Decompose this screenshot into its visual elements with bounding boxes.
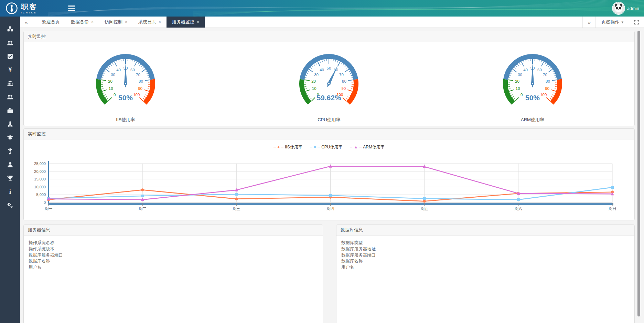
brand-subtitle: IZHIKE xyxy=(21,11,37,14)
server-info-title: 服务器信息 xyxy=(24,225,323,236)
user-group-icon xyxy=(7,40,13,46)
svg-text:0: 0 xyxy=(520,92,523,96)
svg-text:100: 100 xyxy=(540,92,547,96)
fullscreen-button[interactable] xyxy=(629,17,644,28)
legend-item-arm[interactable]: ▲ARM使用率 xyxy=(350,144,385,150)
gauge-value: 50% xyxy=(525,94,540,102)
db-info-title: 数据库信息 xyxy=(336,225,634,236)
svg-text:60: 60 xyxy=(537,67,542,72)
gauge-title: IIS使用率 xyxy=(24,117,227,123)
tabs-scroll-left-button[interactable]: « xyxy=(20,17,33,28)
svg-text:5,000: 5,000 xyxy=(36,192,46,197)
user-icon xyxy=(7,162,13,168)
tab-access-control[interactable]: 访问控制× xyxy=(99,17,133,28)
vertical-scrollbar[interactable] xyxy=(637,28,640,323)
sidebar-item-child[interactable] xyxy=(0,145,20,158)
gauge-arm: 010203040506070809010050%ARM使用率 xyxy=(431,46,634,123)
svg-text:30: 30 xyxy=(314,72,319,76)
x-axis-label: 周五 xyxy=(420,207,428,211)
x-axis-label: 周三 xyxy=(233,207,240,211)
tab-server-monitor[interactable]: 服务器监控× xyxy=(167,17,205,28)
x-axis-label: 周四 xyxy=(326,207,334,211)
svg-text:70: 70 xyxy=(339,72,344,76)
gauge-cpu: 010203040506070809010059.62%CPU使用率 xyxy=(227,46,431,123)
sidebar-item-briefcase[interactable] xyxy=(0,104,20,117)
svg-text:80: 80 xyxy=(546,79,550,83)
triangle-marker-icon: ▲ xyxy=(354,145,358,149)
svg-text:20: 20 xyxy=(515,79,519,83)
sidebar-item-cubes[interactable] xyxy=(0,22,20,36)
tabs-container: 欢迎首页数据备份×访问控制×系统日志×服务器监控× xyxy=(33,17,582,28)
briefcase-icon xyxy=(7,107,13,114)
svg-text:90: 90 xyxy=(342,86,346,90)
realtime-chart-panel: 实时监控 ●IIS使用率■CPU使用率▲ARM使用率 05,00010,0001… xyxy=(23,128,635,220)
navbar-user-area: admin xyxy=(613,0,639,17)
tab-label: 欢迎首页 xyxy=(42,19,60,25)
tab-close-icon[interactable]: × xyxy=(159,20,161,24)
sidebar-item-info[interactable]: i xyxy=(0,185,20,199)
info-item: 数据库名称 xyxy=(341,258,630,264)
gauge-panel-title: 实时监控 xyxy=(24,31,634,42)
tab-close-icon[interactable]: × xyxy=(125,20,127,24)
sidebar-item-bank[interactable] xyxy=(0,77,20,90)
svg-text:20: 20 xyxy=(312,79,316,83)
gauges-row: 010203040506070809010050%IIS使用率010203040… xyxy=(24,42,634,126)
tab-system-log[interactable]: 系统日志× xyxy=(133,17,167,28)
trophy-icon xyxy=(7,175,13,181)
tab-operations-dropdown[interactable]: 页签操作 ▾ xyxy=(595,17,629,28)
sidebar-item-user[interactable] xyxy=(0,158,20,171)
brand-logo-icon xyxy=(5,1,19,15)
sidebar-item-team[interactable] xyxy=(0,90,20,104)
svg-text:100: 100 xyxy=(133,92,140,96)
circle-marker-icon: ● xyxy=(277,145,280,149)
svg-text:50: 50 xyxy=(327,66,331,70)
tab-data-backup[interactable]: 数据备份× xyxy=(65,17,99,28)
menu-toggle-button[interactable] xyxy=(68,6,75,11)
realtime-gauge-panel: 实时监控 010203040506070809010050%IIS使用率0102… xyxy=(23,31,635,126)
sidebar-item-cogs[interactable] xyxy=(0,199,20,212)
info-item: 操作系统名称 xyxy=(29,240,318,246)
svg-text:20: 20 xyxy=(108,79,112,83)
user-avatar[interactable] xyxy=(613,2,624,14)
server-info-list: 操作系统名称操作系统版本数据库服务器端口数据库名称用户名 xyxy=(24,236,323,275)
navbar-wave-decoration xyxy=(0,0,644,17)
legend-item-cpu[interactable]: ■CPU使用率 xyxy=(310,144,343,150)
cogs-icon xyxy=(7,202,13,209)
sidebar-item-graduation-cap[interactable] xyxy=(0,131,20,144)
sidebar-item-user-group[interactable] xyxy=(0,36,20,49)
brand-logo[interactable]: 职客 IZHIKE xyxy=(5,1,37,15)
info-item: 用户名 xyxy=(341,264,630,271)
svg-text:25,000: 25,000 xyxy=(34,162,46,166)
svg-text:90: 90 xyxy=(545,86,549,90)
scrollbar-thumb[interactable] xyxy=(637,31,640,316)
legend-label: CPU使用率 xyxy=(321,144,342,150)
yen-icon: ¥ xyxy=(7,66,13,73)
caret-down-icon: ▾ xyxy=(621,20,623,24)
svg-text:30: 30 xyxy=(111,72,115,76)
username[interactable]: admin xyxy=(627,6,639,11)
info-item: 用户名 xyxy=(29,264,318,271)
cubes-icon xyxy=(7,26,13,32)
sidebar-item-trophy[interactable] xyxy=(0,171,20,185)
sidebar-item-street-view[interactable] xyxy=(0,117,20,131)
street-view-icon xyxy=(7,121,13,127)
sidebar-item-check-square[interactable] xyxy=(0,50,20,63)
tabs-scroll-right-button[interactable]: » xyxy=(582,17,595,28)
svg-text:i: i xyxy=(9,189,11,195)
tab-close-icon[interactable]: × xyxy=(197,20,199,24)
svg-text:60: 60 xyxy=(130,67,135,72)
usage-line-chart: 05,00010,00015,00020,00025,000周一周二周三周四周五… xyxy=(24,151,634,213)
tab-home[interactable]: 欢迎首页 xyxy=(36,17,65,28)
info-item: 操作系统版本 xyxy=(29,246,318,252)
tab-close-icon[interactable]: × xyxy=(91,20,94,24)
svg-text:10: 10 xyxy=(516,86,520,90)
legend-item-iis[interactable]: ●IIS使用率 xyxy=(273,144,302,150)
sidebar-item-yen[interactable]: ¥ xyxy=(0,63,20,76)
svg-text:10: 10 xyxy=(109,86,113,90)
fullscreen-icon xyxy=(634,20,639,25)
tab-label: 服务器监控 xyxy=(172,19,194,25)
svg-text:10: 10 xyxy=(312,86,316,90)
chart-legend: ●IIS使用率■CPU使用率▲ARM使用率 xyxy=(24,143,634,151)
info-item: 数据库服务器地址 xyxy=(341,246,630,252)
tab-label: 数据备份 xyxy=(71,19,89,25)
